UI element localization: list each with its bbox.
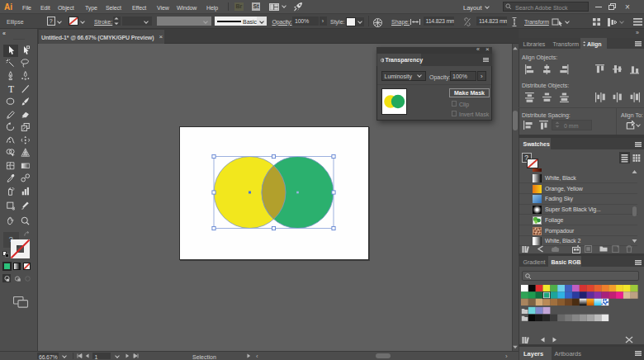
- svg-text:T: T: [8, 84, 14, 94]
